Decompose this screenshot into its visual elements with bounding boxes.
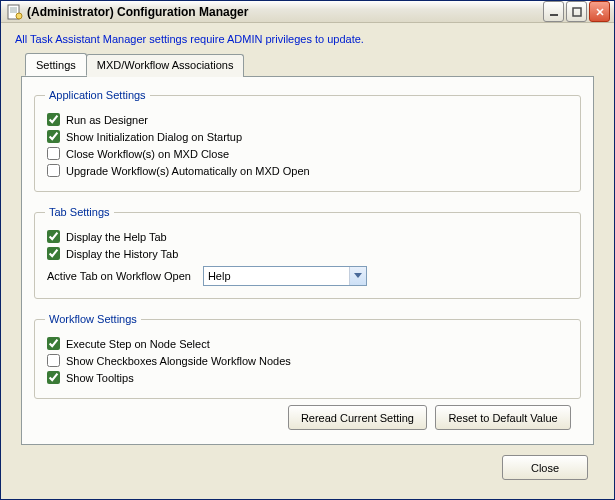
upgrade-workflows-label: Upgrade Workflow(s) Automatically on MXD… bbox=[66, 165, 310, 177]
close-workflows-label: Close Workflow(s) on MXD Close bbox=[66, 148, 229, 160]
tab-settings[interactable]: Settings bbox=[25, 53, 87, 76]
reread-button[interactable]: Reread Current Setting bbox=[288, 405, 427, 430]
show-init-dialog-checkbox[interactable] bbox=[47, 130, 60, 143]
config-manager-window: (Administrator) Configuration Manager Al… bbox=[0, 0, 615, 500]
svg-marker-9 bbox=[354, 273, 362, 278]
chevron-down-icon bbox=[349, 267, 366, 285]
display-history-tab-checkbox[interactable] bbox=[47, 247, 60, 260]
show-init-dialog-label: Show Initialization Dialog on Startup bbox=[66, 131, 242, 143]
run-as-designer-checkbox[interactable] bbox=[47, 113, 60, 126]
reset-button[interactable]: Reset to Default Value bbox=[435, 405, 571, 430]
panel-button-row: Reread Current Setting Reset to Default … bbox=[34, 405, 571, 430]
svg-rect-6 bbox=[573, 8, 581, 16]
workflow-settings-legend: Workflow Settings bbox=[45, 313, 141, 325]
upgrade-workflows-checkbox[interactable] bbox=[47, 164, 60, 177]
svg-rect-5 bbox=[550, 14, 558, 16]
show-checkboxes-nodes-label: Show Checkboxes Alongside Workflow Nodes bbox=[66, 355, 291, 367]
app-icon bbox=[7, 4, 23, 20]
show-tooltips-checkbox[interactable] bbox=[47, 371, 60, 384]
tab-mxd-workflow[interactable]: MXD/Workflow Associations bbox=[86, 54, 245, 77]
footer: Close bbox=[11, 445, 604, 492]
workflow-settings-group: Workflow Settings Execute Step on Node S… bbox=[34, 313, 581, 399]
window-title: (Administrator) Configuration Manager bbox=[27, 5, 543, 19]
admin-notice: All Task Assistant Manager settings requ… bbox=[15, 33, 604, 45]
settings-panel: Application Settings Run as Designer Sho… bbox=[21, 76, 594, 445]
window-controls bbox=[543, 1, 610, 22]
run-as-designer-label: Run as Designer bbox=[66, 114, 148, 126]
tab-settings-legend: Tab Settings bbox=[45, 206, 114, 218]
close-window-button[interactable] bbox=[589, 1, 610, 22]
active-tab-value: Help bbox=[208, 270, 231, 282]
tabstrip: Settings MXD/Workflow Associations bbox=[25, 53, 604, 76]
execute-step-label: Execute Step on Node Select bbox=[66, 338, 210, 350]
display-history-tab-label: Display the History Tab bbox=[66, 248, 178, 260]
svg-point-4 bbox=[16, 13, 22, 19]
tab-settings-group: Tab Settings Display the Help Tab Displa… bbox=[34, 206, 581, 299]
application-settings-legend: Application Settings bbox=[45, 89, 150, 101]
client-area: All Task Assistant Manager settings requ… bbox=[1, 23, 614, 500]
close-button[interactable]: Close bbox=[502, 455, 588, 480]
active-tab-combobox[interactable]: Help bbox=[203, 266, 367, 286]
display-help-tab-label: Display the Help Tab bbox=[66, 231, 167, 243]
application-settings-group: Application Settings Run as Designer Sho… bbox=[34, 89, 581, 192]
display-help-tab-checkbox[interactable] bbox=[47, 230, 60, 243]
minimize-button[interactable] bbox=[543, 1, 564, 22]
execute-step-checkbox[interactable] bbox=[47, 337, 60, 350]
close-workflows-checkbox[interactable] bbox=[47, 147, 60, 160]
show-checkboxes-nodes-checkbox[interactable] bbox=[47, 354, 60, 367]
show-tooltips-label: Show Tooltips bbox=[66, 372, 134, 384]
maximize-button[interactable] bbox=[566, 1, 587, 22]
active-tab-label: Active Tab on Workflow Open bbox=[47, 270, 191, 282]
titlebar[interactable]: (Administrator) Configuration Manager bbox=[1, 1, 614, 23]
